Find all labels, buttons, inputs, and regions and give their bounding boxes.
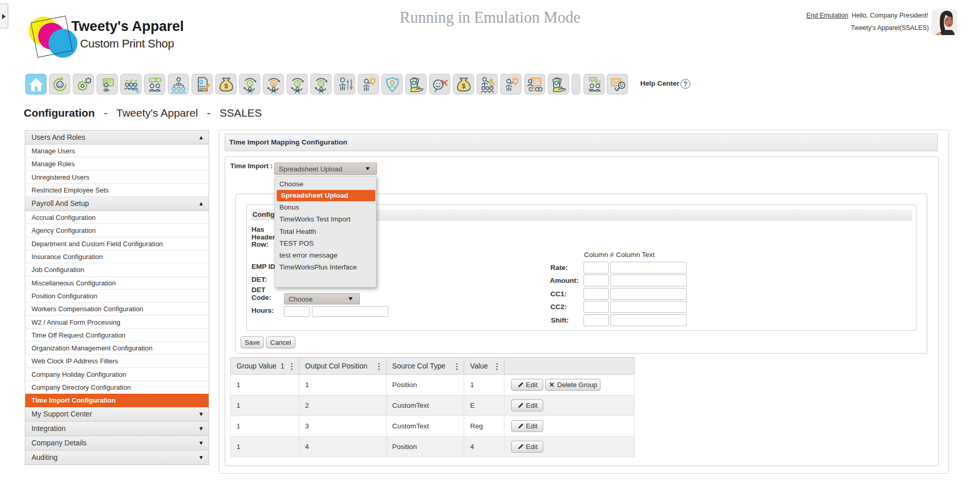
svg-text:$: $	[491, 82, 493, 87]
svg-text:$: $	[224, 83, 228, 90]
svg-text:$: $	[462, 83, 465, 90]
svg-text:$: $	[272, 81, 275, 87]
